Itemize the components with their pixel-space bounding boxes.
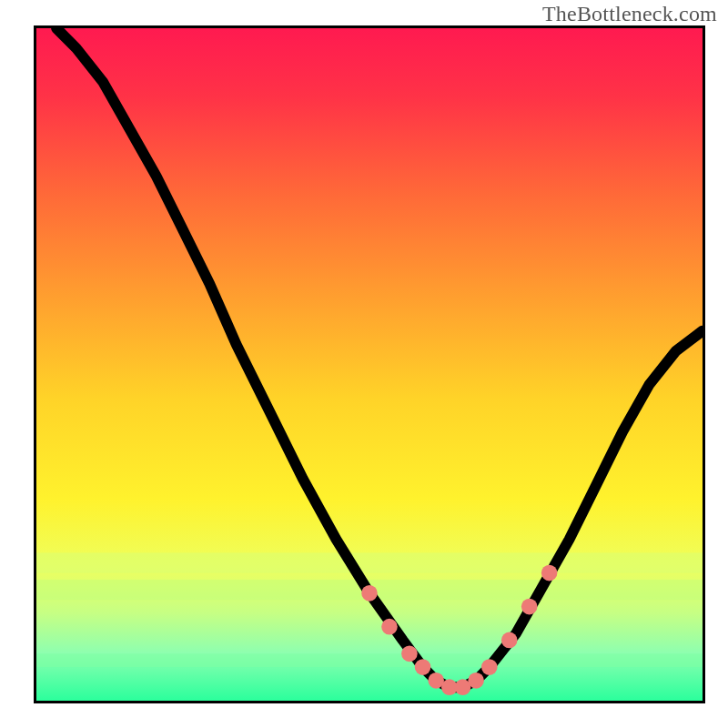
highlight-band-3 xyxy=(36,653,703,667)
marker-dot xyxy=(381,619,398,635)
marker-dot xyxy=(521,599,538,615)
highlight-band-1 xyxy=(36,552,703,572)
marker-dot xyxy=(361,585,378,602)
marker-dot xyxy=(468,672,484,689)
marker-dot xyxy=(541,565,558,581)
marker-dot xyxy=(415,659,431,675)
chart-stage: TheBottleneck.com xyxy=(0,0,728,728)
marker-dot xyxy=(501,632,518,649)
plot-area xyxy=(34,25,705,703)
marker-dot xyxy=(481,659,498,675)
chart-svg xyxy=(36,28,703,701)
marker-dot xyxy=(401,645,418,662)
watermark-text: TheBottleneck.com xyxy=(542,2,717,26)
